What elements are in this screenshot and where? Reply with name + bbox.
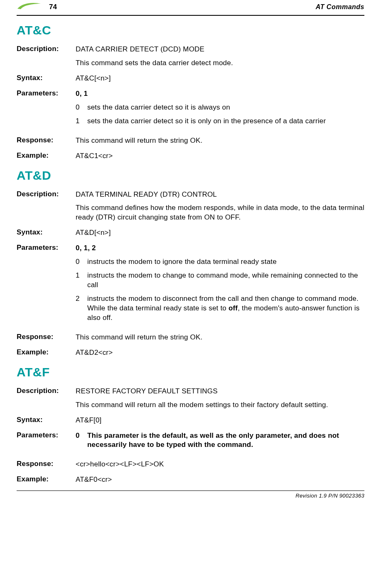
params-body: 0, 1 0 sets the data carrier detect so i… xyxy=(76,89,364,130)
section-heading-atf: AT&F xyxy=(17,365,364,379)
params-label: Parameters: xyxy=(17,431,76,439)
atf-response-row: Response: <cr>hello<cr><LF><LF>OK xyxy=(17,460,364,469)
header-left: 74 xyxy=(17,2,57,12)
description-label: Description: xyxy=(17,190,76,198)
footer-divider xyxy=(17,490,364,491)
param-text: This parameter is the default, as well a… xyxy=(87,431,364,450)
description-label: Description: xyxy=(17,45,76,53)
syntax-value: AT&D[<n>] xyxy=(76,228,364,238)
atd-params-row: Parameters: 0, 1, 2 0 instructs the mode… xyxy=(17,244,364,327)
params-label: Parameters: xyxy=(17,244,76,252)
atf-syntax-row: Syntax: AT&F[0] xyxy=(17,416,364,425)
page-number: 74 xyxy=(49,3,57,11)
example-value: AT&C1<cr> xyxy=(76,151,364,161)
param-text: instructs the modem to disconnect from t… xyxy=(87,294,364,323)
params-body: 0 This parameter is the default, as well… xyxy=(76,431,364,454)
atd-syntax-row: Syntax: AT&D[<n>] xyxy=(17,228,364,238)
syntax-value: AT&F[0] xyxy=(76,416,364,425)
params-body: 0, 1, 2 0 instructs the modem to ignore … xyxy=(76,244,364,327)
syntax-value: AT&C[<n>] xyxy=(76,74,364,83)
atc-response-row: Response: This command will return the s… xyxy=(17,136,364,146)
param-item: 0 sets the data carrier detect so it is … xyxy=(76,103,364,112)
description-text: This command will return all the modem s… xyxy=(76,400,364,410)
syntax-label: Syntax: xyxy=(17,74,76,82)
syntax-label: Syntax: xyxy=(17,228,76,237)
page-container: 74 AT Commands AT&C Description: DATA CA… xyxy=(0,0,381,588)
param-text: instructs the modem to ignore the data t… xyxy=(87,257,364,267)
description-text: This command sets the data carrier detec… xyxy=(76,59,364,68)
description-body: DATA TERMINAL READY (DTR) CONTROL This c… xyxy=(76,190,364,223)
atf-example-row: Example: AT&F0<cr> xyxy=(17,475,364,485)
atf-description-row: Description: RESTORE FACTORY DEFAULT SET… xyxy=(17,387,364,410)
example-label: Example: xyxy=(17,475,76,483)
example-value: AT&D2<cr> xyxy=(76,348,364,358)
param-item: 1 instructs the modem to change to comma… xyxy=(76,271,364,290)
param-text-bold: off xyxy=(229,304,238,312)
description-label: Description: xyxy=(17,387,76,395)
atc-example-row: Example: AT&C1<cr> xyxy=(17,151,364,161)
params-label: Parameters: xyxy=(17,89,76,98)
description-title: DATA CARRIER DETECT (DCD) MODE xyxy=(76,45,364,54)
response-value: This command will return the string OK. xyxy=(76,333,364,342)
param-key: 1 xyxy=(76,117,87,126)
param-key: 0 xyxy=(76,431,87,441)
atc-params-row: Parameters: 0, 1 0 sets the data carrier… xyxy=(17,89,364,130)
header-title: AT Commands xyxy=(316,3,364,11)
param-text: instructs the modem to change to command… xyxy=(87,271,364,290)
description-body: RESTORE FACTORY DEFAULT SETTINGS This co… xyxy=(76,387,364,410)
syntax-label: Syntax: xyxy=(17,416,76,424)
param-text: sets the data carrier detect so it is on… xyxy=(87,117,364,126)
param-text: sets the data carrier detect so it is al… xyxy=(87,103,364,112)
response-label: Response: xyxy=(17,460,76,468)
response-value: <cr>hello<cr><LF><LF>OK xyxy=(76,460,364,469)
atc-description-row: Description: DATA CARRIER DETECT (DCD) M… xyxy=(17,45,364,68)
example-value: AT&F0<cr> xyxy=(76,475,364,485)
atd-description-row: Description: DATA TERMINAL READY (DTR) C… xyxy=(17,190,364,223)
param-item: 0 instructs the modem to ignore the data… xyxy=(76,257,364,267)
section-heading-atc: AT&C xyxy=(17,23,364,37)
description-body: DATA CARRIER DETECT (DCD) MODE This comm… xyxy=(76,45,364,68)
footer-text: Revision 1.9 P/N 90023363 xyxy=(17,493,364,499)
response-value: This command will return the string OK. xyxy=(76,136,364,146)
atf-params-row: Parameters: 0 This parameter is the defa… xyxy=(17,431,364,454)
page-header: 74 AT Commands xyxy=(17,0,364,15)
param-item: 2 instructs the modem to disconnect from… xyxy=(76,294,364,323)
description-text: This command defines how the modem respo… xyxy=(76,203,364,222)
param-key: 1 xyxy=(76,271,87,281)
param-key: 2 xyxy=(76,294,87,304)
section-heading-atd: AT&D xyxy=(17,168,364,183)
response-label: Response: xyxy=(17,333,76,341)
params-value: 0, 1 xyxy=(76,89,364,99)
atd-example-row: Example: AT&D2<cr> xyxy=(17,348,364,358)
params-value: 0, 1, 2 xyxy=(76,244,364,253)
param-item: 0 This parameter is the default, as well… xyxy=(76,431,364,450)
logo-swoosh-icon xyxy=(17,2,42,12)
param-key: 0 xyxy=(76,103,87,112)
atd-response-row: Response: This command will return the s… xyxy=(17,333,364,342)
param-item: 1 sets the data carrier detect so it is … xyxy=(76,117,364,126)
atc-syntax-row: Syntax: AT&C[<n>] xyxy=(17,74,364,83)
response-label: Response: xyxy=(17,136,76,144)
header-divider xyxy=(17,15,364,16)
example-label: Example: xyxy=(17,151,76,160)
example-label: Example: xyxy=(17,348,76,356)
description-title: RESTORE FACTORY DEFAULT SETTINGS xyxy=(76,387,364,396)
description-title: DATA TERMINAL READY (DTR) CONTROL xyxy=(76,190,364,200)
param-key: 0 xyxy=(76,257,87,267)
